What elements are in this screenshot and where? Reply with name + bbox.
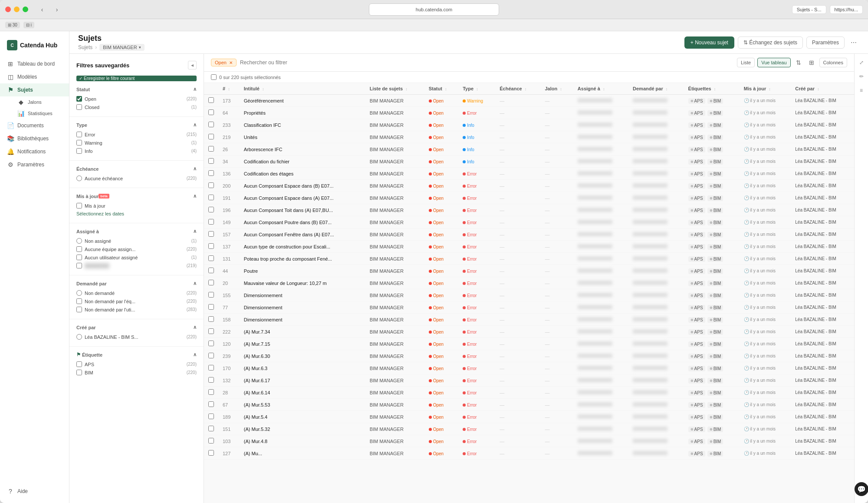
table-row[interactable]: 131 Poteau trop proche du composant Fené… <box>204 253 854 265</box>
breadcrumb-sujets[interactable]: Sujets <box>78 44 92 50</box>
row-title[interactable]: Aucun type de construction pour Escali..… <box>240 241 365 253</box>
address-bar[interactable]: hub.catenda.com <box>369 3 499 16</box>
row-checkbox[interactable] <box>204 156 218 168</box>
row-checkbox[interactable] <box>204 192 218 204</box>
row-checkbox[interactable] <box>204 374 218 387</box>
table-row[interactable]: 157 Aucun Composant Fenêtre dans (A) E07… <box>204 228 854 241</box>
maximize-button[interactable] <box>23 7 28 12</box>
close-button[interactable] <box>5 7 11 12</box>
more-options-button[interactable]: ⋯ <box>848 37 859 48</box>
row-title[interactable]: (A) Mur.7.15 <box>240 338 365 350</box>
row-checkbox[interactable] <box>204 301 218 314</box>
minimize-button[interactable] <box>14 7 20 12</box>
table-row[interactable]: 222 (A) Mur.7.34 BIM MANAGER Open Error … <box>204 326 854 338</box>
table-row[interactable]: 173 Géoréférencement BIM MANAGER Open Wa… <box>204 95 854 107</box>
th-type[interactable]: Type ↕ <box>458 83 495 95</box>
row-checkbox[interactable] <box>204 277 218 289</box>
filter-lea[interactable]: Léa BAZALINE - BIM S... (220) <box>76 333 197 341</box>
table-row[interactable]: 64 Propriétés BIM MANAGER Open Error — —… <box>204 107 854 119</box>
row-checkbox[interactable] <box>204 399 218 411</box>
row-title[interactable]: Poutre <box>240 265 365 277</box>
th-echeance[interactable]: Échéance ↕ <box>495 83 540 95</box>
columns-button[interactable]: Colonnes <box>819 58 847 67</box>
filter-aps[interactable]: APS (220) <box>76 360 197 368</box>
th-assigne[interactable]: Assigné à ↕ <box>573 83 628 95</box>
sort-button[interactable]: ⇅ <box>793 57 804 68</box>
new-sujet-button[interactable]: + Nouveau sujet <box>684 36 734 49</box>
row-title[interactable]: Codification du fichier <box>240 156 365 168</box>
table-row[interactable]: 158 Dimensionnement BIM MANAGER Open Err… <box>204 314 854 326</box>
table-row[interactable]: 132 (A) Mur.6.17 BIM MANAGER Open Error … <box>204 374 854 387</box>
filter-non-demande[interactable]: Non demandé (220) <box>76 289 197 297</box>
table-row[interactable]: 44 Poutre BIM MANAGER Open Error — — ⊛AP… <box>204 265 854 277</box>
row-title[interactable]: (A) Mur.5.53 <box>240 399 365 411</box>
row-title[interactable]: (A) Mu... <box>240 447 365 460</box>
select-dates-link[interactable]: Sélectionnez les dates <box>76 211 124 216</box>
table-row[interactable]: 189 (A) Mur.5.4 BIM MANAGER Open Error —… <box>204 411 854 423</box>
maj-collapse-icon[interactable]: ∧ <box>193 193 197 199</box>
th-intitule[interactable]: Intitulé ↕ <box>240 83 365 95</box>
row-title[interactable]: Aucun Composant Fenêtre dans (A) E07... <box>240 228 365 241</box>
etiquette-collapse-icon[interactable]: ∧ <box>193 352 197 357</box>
table-row[interactable]: 137 Aucun type de construction pour Esca… <box>204 241 854 253</box>
table-view-button[interactable]: Vue tableau <box>757 58 790 67</box>
browser-tab[interactable]: Sujets - S... <box>792 5 826 14</box>
table-row[interactable]: 191 Aucun Composant Espace dans (A) E07.… <box>204 192 854 204</box>
sidebar-item-statistiques[interactable]: 📊 Statistiques <box>14 108 69 119</box>
sidebar-item-parametres[interactable]: ⚙ Paramètres <box>0 158 69 171</box>
row-checkbox[interactable] <box>204 228 218 241</box>
select-all-checkbox[interactable] <box>211 74 217 80</box>
filter-tag-close[interactable]: ✕ <box>229 60 233 65</box>
row-title[interactable]: (A) Mur.5.4 <box>240 411 365 423</box>
filter-error-checkbox[interactable] <box>76 132 82 137</box>
filter-closed-checkbox[interactable] <box>76 104 82 110</box>
row-checkbox[interactable] <box>204 204 218 216</box>
group-button[interactable]: ⊞ <box>806 57 817 68</box>
row-checkbox[interactable] <box>204 314 218 326</box>
row-title[interactable]: Mauvaise valeur de Longueur: 10,27 m <box>240 277 365 289</box>
table-row[interactable]: 28 (A) Mur.6.14 BIM MANAGER Open Error —… <box>204 387 854 399</box>
filter-aucune-equipe-checkbox[interactable] <box>76 246 82 252</box>
filter-non-assigne[interactable]: Non assigné (1) <box>76 237 197 245</box>
search-input[interactable] <box>240 60 370 66</box>
row-title[interactable]: (A) Mur.7.34 <box>240 326 365 338</box>
sidebar-item-bibliotheques[interactable]: 📚 Bibliothèques <box>0 132 69 145</box>
filter-aucun-user[interactable]: Aucun utilisateur assigné (1) <box>76 253 197 261</box>
table-row[interactable]: 151 (A) Mur.5.32 BIM MANAGER Open Error … <box>204 423 854 435</box>
filter-non-demande-uti-checkbox[interactable] <box>76 307 82 312</box>
filter-warning[interactable]: Warning (1) <box>76 139 197 147</box>
row-title[interactable]: Poteau trop proche du composant Fené... <box>240 253 365 265</box>
list-view-button[interactable]: Liste <box>737 58 755 67</box>
row-checkbox[interactable] <box>204 180 218 192</box>
table-row[interactable]: 233 Classification IFC BIM MANAGER Open … <box>204 119 854 131</box>
collapse-filter-button[interactable]: ◂ <box>188 61 197 69</box>
demande-collapse-icon[interactable]: ∧ <box>193 281 197 286</box>
th-etiquettes[interactable]: Étiquettes ↕ <box>684 83 740 95</box>
row-checkbox[interactable] <box>204 131 218 143</box>
params-button[interactable]: Paramètres <box>806 36 845 49</box>
row-title[interactable]: Dimensionnement <box>240 301 365 314</box>
th-cree[interactable]: Créé par ↕ <box>791 83 854 95</box>
forward-button[interactable]: › <box>52 4 62 15</box>
table-row[interactable]: 127 (A) Mu... BIM MANAGER Open Error — —… <box>204 447 854 460</box>
sidebar-item-tableau-de-bord[interactable]: ⊞ Tableau de bord <box>0 57 69 70</box>
table-row[interactable]: 149 Aucun Composant Poutre dans (B) E07.… <box>204 216 854 228</box>
row-title[interactable]: Codification des étages <box>240 168 365 180</box>
th-liste[interactable]: Liste de sujets ↕ <box>365 83 424 95</box>
filter-closed[interactable]: Closed (1) <box>76 103 197 111</box>
data-table-wrap[interactable]: # ↕ Intitulé ↕ Liste de sujets ↕ Statut … <box>204 83 854 503</box>
th-jalon[interactable]: Jalon ↕ <box>540 83 573 95</box>
chat-icon[interactable]: 💬 <box>855 482 868 496</box>
row-checkbox[interactable] <box>204 265 218 277</box>
row-title[interactable]: Dimensionnement <box>240 289 365 301</box>
row-title[interactable]: (A) Mur.6.14 <box>240 387 365 399</box>
filter-non-demande-eq[interactable]: Non demandé par l'éq... (220) <box>76 297 197 305</box>
row-title[interactable]: Propriétés <box>240 107 365 119</box>
th-demande[interactable]: Demandé par ↕ <box>628 83 684 95</box>
table-row[interactable]: 103 (A) Mur.4.8 BIM MANAGER Open Error —… <box>204 435 854 447</box>
sidebar-item-notifications[interactable]: 🔔 Notifications <box>0 145 69 158</box>
type-collapse-icon[interactable]: ∧ <box>193 122 197 128</box>
row-checkbox[interactable] <box>204 326 218 338</box>
table-row[interactable]: 34 Codification du fichier BIM MANAGER O… <box>204 156 854 168</box>
filter-maj-checkbox[interactable] <box>76 203 82 208</box>
